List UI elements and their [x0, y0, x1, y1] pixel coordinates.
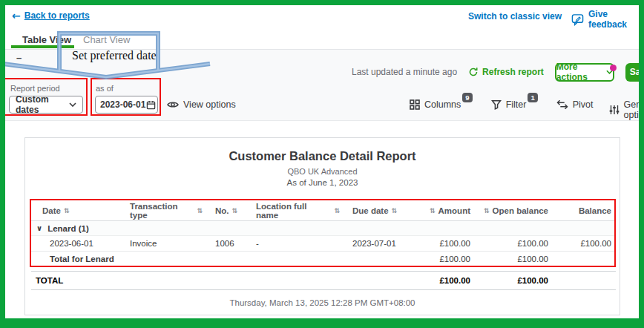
grand-total-amount: £100.00 [406, 276, 476, 285]
col-header-date[interactable]: Date ⇅ [31, 206, 120, 215]
filter-count-badge: 1 [528, 93, 537, 102]
cell-location: - [246, 239, 343, 248]
view-options-button[interactable]: View options [167, 99, 236, 110]
grand-total-label: TOTAL [31, 276, 406, 285]
grand-total-row: TOTAL £100.00 £100.00 [31, 272, 616, 289]
filter-button[interactable]: Filter 1 [491, 95, 541, 110]
group-total-row: Total for Lenard £100.00 £100.00 [31, 252, 616, 267]
sliders-icon [609, 105, 620, 115]
table-row[interactable]: 2023-06-01 Invoice 1006 - 2023-07-01 £10… [31, 236, 616, 252]
report-table: Date ⇅ Transaction type ⇅ No. ⇅ Location… [31, 200, 616, 267]
grand-total-section: TOTAL £100.00 £100.00 [31, 271, 616, 290]
group-row-lenard[interactable]: ∨ Lenard (1) [31, 221, 616, 236]
col-header-balance[interactable]: Balance [554, 206, 616, 215]
collapsed-dash: – [16, 52, 22, 63]
eye-icon [167, 100, 179, 109]
sort-icon[interactable]: ⇅ [392, 207, 398, 214]
group-total-open-balance: £100.00 [476, 255, 554, 263]
table-tools-row: Columns 9 Filter 1 Pivot [410, 95, 644, 120]
report-card: Customer Balance Detail Report QBO UK Ad… [24, 137, 620, 315]
as-of-date-input[interactable] [100, 99, 146, 110]
more-actions-label: More actions [556, 62, 602, 82]
report-period-label: Report period [10, 84, 60, 93]
left-arrow-icon: ← [12, 10, 21, 22]
filter-funnel-icon [491, 99, 502, 110]
pivot-label: Pivot [573, 99, 594, 110]
toolbar-actions-row: Last updated a minute ago Refresh report… [352, 62, 644, 82]
general-options-button[interactable]: General options [609, 95, 644, 120]
columns-button[interactable]: Columns 9 [410, 95, 476, 110]
col-header-open-balance[interactable]: ⇅ Open balance [476, 206, 554, 215]
filter-label: Filter [506, 99, 527, 110]
columns-label: Columns [424, 99, 461, 110]
as-of-label: as of [96, 84, 114, 93]
view-options-label: View options [183, 99, 236, 110]
cell-balance: £100.00 [554, 239, 616, 248]
cell-no: 1006 [206, 239, 246, 248]
tab-chart-view[interactable]: Chart View [83, 34, 130, 45]
sort-icon[interactable]: ⇅ [484, 207, 490, 214]
back-to-reports-label: Back to reports [24, 10, 90, 21]
more-actions-button[interactable]: More actions [555, 63, 614, 82]
sort-icon[interactable]: ⇅ [430, 207, 436, 214]
report-asof-line: As of June 1, 2023 [25, 178, 620, 187]
group-total-label: Total for Lenard [31, 255, 406, 263]
refresh-icon [468, 67, 479, 77]
pivot-swap-arrows-icon [556, 99, 568, 110]
col-header-transaction-type[interactable]: Transaction type ⇅ [120, 202, 206, 220]
cell-open-balance: £100.00 [476, 239, 554, 248]
cell-date: 2023-06-01 [31, 239, 120, 248]
cell-transaction-type: Invoice [120, 239, 206, 248]
app-window: ← Back to reports Switch to classic view… [0, 0, 644, 328]
col-label: No. [215, 206, 229, 215]
cell-due-date: 2023-07-01 [343, 239, 406, 248]
col-label: Amount [438, 206, 470, 215]
refresh-report-label: Refresh report [482, 67, 544, 77]
col-header-location-full-name[interactable]: Location full name ⇅ [246, 202, 343, 220]
calendar-icon[interactable] [146, 100, 156, 110]
general-options-label: General options [624, 99, 644, 120]
columns-grid-icon [410, 99, 420, 110]
back-to-reports-link[interactable]: ← Back to reports [12, 10, 90, 22]
sort-icon[interactable]: ⇅ [197, 207, 203, 214]
active-tab-underline [11, 45, 74, 48]
sort-icon[interactable]: ⇅ [334, 207, 340, 214]
save-as-button[interactable]: Save As [625, 63, 644, 82]
pivot-button[interactable]: Pivot [556, 95, 594, 110]
col-label: Location full name [256, 202, 331, 220]
cell-amount: £100.00 [406, 239, 476, 248]
col-label: Date [42, 206, 61, 215]
refresh-report-button[interactable]: Refresh report [468, 67, 544, 77]
col-label: Balance [579, 206, 611, 215]
give-feedback-label: Give feedback [588, 9, 644, 30]
report-company: QBO UK Advanced [25, 167, 620, 176]
as-of-date-field[interactable] [95, 96, 158, 114]
sort-icon[interactable]: ⇅ [232, 207, 238, 214]
report-timestamp: Thursday, March 13, 2025 12:28 PM GMT+08… [25, 298, 620, 307]
sort-icon[interactable]: ⇅ [64, 207, 70, 214]
col-header-due-date[interactable]: Due date ⇅ [343, 206, 406, 215]
last-updated-text: Last updated a minute ago [352, 67, 457, 77]
table-header-row: Date ⇅ Transaction type ⇅ No. ⇅ Location… [31, 200, 616, 221]
report-period-value: Custom dates [16, 94, 69, 115]
group-label: Lenard (1) [47, 224, 89, 233]
switch-to-classic-view-link[interactable]: Switch to classic view [468, 11, 562, 22]
col-header-amount[interactable]: ⇅ Amount [406, 206, 476, 215]
save-as-label: Save As [630, 67, 644, 77]
chevron-down-icon [69, 102, 76, 107]
notification-dot [610, 65, 617, 71]
tab-table-view[interactable]: Table View [22, 34, 71, 45]
col-label: Transaction type [130, 202, 194, 220]
report-title: Customer Balance Detail Report [25, 149, 620, 163]
col-label: Due date [352, 206, 389, 215]
collapse-chevron-icon[interactable]: ∨ [36, 224, 42, 232]
feedback-bubble-pencil-icon [571, 13, 584, 26]
col-header-no[interactable]: No. ⇅ [206, 206, 246, 215]
columns-count-badge: 9 [462, 93, 472, 102]
grand-total-open-balance: £100.00 [476, 276, 554, 285]
give-feedback-link[interactable]: Give feedback [571, 9, 644, 30]
report-period-select[interactable]: Custom dates [9, 96, 83, 114]
group-total-amount: £100.00 [406, 255, 476, 263]
col-label: Open balance [493, 206, 548, 215]
